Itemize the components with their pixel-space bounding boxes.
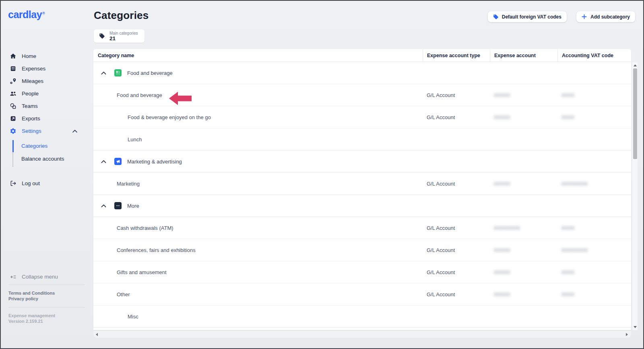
collapse-chevron-icon[interactable] (101, 71, 106, 75)
category-group-row[interactable]: Marketing & advertising (93, 151, 631, 173)
expense-account-cell (490, 62, 557, 84)
accounting-vat-code-cell (557, 306, 631, 327)
expense-account-cell: 00000 (490, 283, 557, 305)
food-category-icon (114, 69, 122, 76)
legal-links: Terms and Conditions Privacy policy (8, 291, 55, 302)
logout-icon (10, 180, 17, 187)
category-group-row[interactable]: More (93, 195, 631, 217)
table-header: Category name Expense account type Expen… (93, 49, 631, 62)
mileages-icon (10, 78, 17, 85)
sidebar-item-people[interactable]: People (0, 87, 84, 100)
page-title: Categories (94, 9, 149, 22)
category-row[interactable]: Food and beverageG/L Account000000000 (93, 84, 631, 106)
vertical-scrollbar[interactable] (632, 62, 638, 330)
expense-account-cell (490, 306, 557, 327)
expense-account-cell: 00000000 (490, 217, 557, 239)
category-row[interactable]: Lunch (93, 128, 631, 151)
category-row[interactable]: Conferences, fairs and exhibitionsG/L Ac… (93, 239, 631, 261)
tag-icon (99, 33, 105, 39)
accounting-vat-code-cell: 0000 (557, 283, 631, 305)
category-row[interactable]: Cash withdrawals (ATM)G/L Account0000000… (93, 217, 631, 239)
category-group-row[interactable]: Food and beverage (93, 62, 631, 84)
scroll-down-arrow-icon[interactable] (634, 326, 637, 328)
add-subcategory-button[interactable]: Add subcategory (576, 11, 635, 22)
expense-account-type-cell (423, 151, 490, 172)
category-row[interactable]: Misc (93, 306, 631, 328)
sidebar-item-balance-accounts[interactable]: Balance accounts (12, 153, 84, 165)
accounting-vat-code-cell (557, 62, 631, 84)
summary-label: Main categories (109, 31, 138, 35)
privacy-link[interactable]: Privacy policy (8, 296, 55, 302)
logout-button[interactable]: Log out (0, 177, 93, 190)
expense-account-cell: 00000 (490, 239, 557, 261)
category-name-cell: Food and beverage (93, 84, 423, 106)
category-row[interactable]: MarketingG/L Account0000000000000 (93, 173, 631, 195)
category-name-cell: Conferences, fairs and exhibitions (93, 239, 423, 261)
category-label: Marketing (117, 181, 140, 187)
category-name-cell: Gifts and amusement (93, 261, 423, 283)
category-label: Cash withdrawals (ATM) (117, 225, 173, 231)
sidebar-item-expenses[interactable]: Expenses (0, 62, 84, 75)
settings-submenu: Categories Balance accounts (12, 140, 84, 165)
scroll-up-arrow-icon[interactable] (634, 64, 637, 66)
terms-link[interactable]: Terms and Conditions (8, 291, 55, 296)
category-label: Other (117, 291, 130, 297)
category-group-label: More (127, 203, 139, 209)
accounting-vat-code-cell (557, 128, 631, 150)
category-row[interactable]: Gifts and amusementG/L Account000000000 (93, 261, 631, 283)
cardlay-logo[interactable]: cardlay® (8, 9, 45, 21)
collapse-chevron-icon[interactable] (101, 160, 106, 163)
expense-account-cell: 00000 (490, 106, 557, 128)
collapse-menu-button[interactable]: Collapse menu (0, 271, 93, 283)
annotation-arrow-icon (169, 92, 192, 105)
category-label: Gifts and amusement (117, 269, 167, 275)
horizontal-scrollbar[interactable] (93, 331, 631, 338)
collapse-menu-icon (10, 273, 17, 280)
logout-label: Log out (22, 180, 40, 186)
category-name-cell: Cash withdrawals (ATM) (93, 217, 423, 239)
collapse-chevron-icon[interactable] (101, 204, 106, 208)
scroll-right-arrow-icon[interactable] (626, 333, 628, 336)
scroll-left-arrow-icon[interactable] (96, 333, 98, 336)
sidebar-item-home[interactable]: Home (0, 50, 84, 62)
category-label: Lunch (128, 136, 142, 142)
expense-account-cell: 00000 (490, 173, 557, 194)
expense-account-type-cell: G/L Account (423, 173, 490, 194)
sidebar-item-exports[interactable]: Exports (0, 112, 84, 125)
table-body: Food and beverageFood and beverageG/L Ac… (93, 62, 631, 328)
sidebar-divider (8, 285, 85, 285)
category-name-cell: Food and beverage (93, 62, 423, 84)
expense-account-type-cell: G/L Account (423, 84, 490, 106)
category-group-label: Food and beverage (127, 70, 173, 76)
sidebar-item-categories[interactable]: Categories (12, 140, 84, 153)
column-header-accounting-vat-code: Accounting VAT code (557, 49, 631, 62)
category-row[interactable]: OtherG/L Account000000000 (93, 283, 631, 306)
more-category-icon (114, 202, 122, 209)
category-label: Misc (128, 314, 138, 320)
settings-gear-icon (10, 128, 17, 134)
expenses-icon (10, 65, 17, 72)
default-foreign-vat-codes-button[interactable]: Default foreign VAT codes (488, 11, 567, 22)
vertical-scrollbar-thumb[interactable] (633, 68, 637, 159)
column-header-expense-account-type: Expense account type (423, 49, 490, 62)
expense-account-type-cell: G/L Account (423, 239, 490, 261)
sidebar-item-settings[interactable]: Settings (0, 125, 84, 137)
accounting-vat-code-cell: 0000 (557, 106, 631, 128)
category-row[interactable]: Food & beverage enjoyed on the goG/L Acc… (93, 106, 631, 128)
category-name-cell: More (93, 195, 423, 217)
sidebar-item-label: People (22, 91, 39, 97)
column-header-expense-account: Expense account (490, 49, 557, 62)
expense-account-type-cell: G/L Account (423, 261, 490, 283)
category-label: Food & beverage enjoyed on the go (128, 114, 211, 120)
sidebar-item-mileages[interactable]: Mileages (0, 75, 84, 87)
header-actions: Default foreign VAT codes Add subcategor… (488, 11, 635, 22)
tag-icon (493, 14, 499, 20)
sidebar-item-teams[interactable]: Teams (0, 100, 84, 112)
accounting-vat-code-cell (557, 195, 631, 217)
accounting-vat-code-cell: 0000 (557, 217, 631, 239)
plus-icon (582, 14, 587, 20)
sidebar-item-label: Exports (22, 116, 40, 122)
category-group-label: Marketing & advertising (127, 159, 182, 165)
expense-account-type-cell: G/L Account (423, 283, 490, 305)
column-header-category-name: Category name (93, 49, 423, 62)
